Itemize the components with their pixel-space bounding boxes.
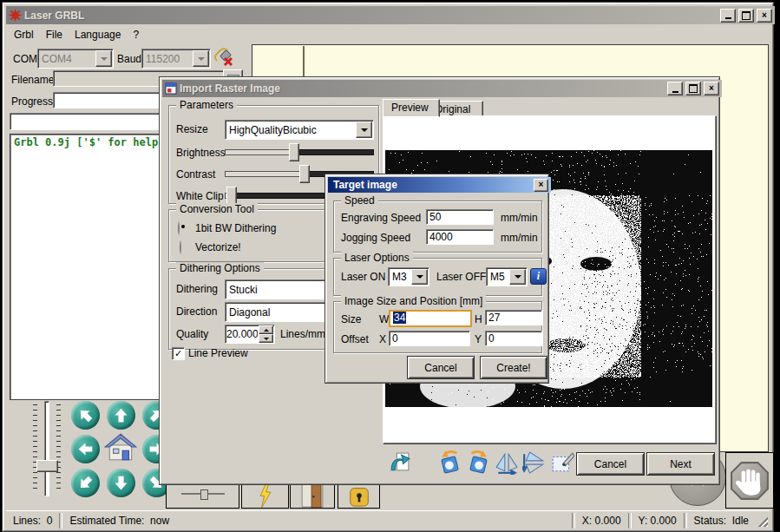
y-position-status: Y: 0.000: [632, 512, 684, 529]
brightness-slider[interactable]: [225, 143, 372, 160]
offset-y-label: Y: [475, 332, 482, 347]
filename-label: Filename: [11, 72, 54, 88]
engraving-speed-label: Engraving Speed: [341, 210, 421, 226]
laser-off-select[interactable]: M5: [486, 267, 528, 286]
resize-grip[interactable]: [756, 515, 768, 527]
height-label: H: [475, 312, 482, 327]
target-cancel-button[interactable]: Cancel: [407, 356, 475, 379]
resize-select[interactable]: HighQualityBicubic: [225, 120, 374, 140]
whiteclip-slider-thumb[interactable]: [226, 187, 237, 205]
rotate-left-button[interactable]: [438, 450, 462, 475]
lines-status: Lines: 0: [6, 512, 59, 529]
close-button[interactable]: ×: [757, 9, 772, 23]
maximize-button[interactable]: [685, 82, 701, 95]
jog-w-button[interactable]: [71, 435, 100, 463]
rotate-right-button[interactable]: [466, 450, 490, 475]
crop-button[interactable]: [550, 450, 574, 475]
contrast-slider-thumb[interactable]: [299, 165, 310, 183]
engraving-speed-input[interactable]: [426, 209, 494, 225]
laser-off-dropdown-button[interactable]: [509, 269, 526, 285]
direction-label: Direction: [176, 304, 217, 319]
jog-speed-ticks-right: [56, 404, 61, 491]
bw-dithering-label: 1bit BW Dithering: [195, 220, 276, 236]
machine-status: Status: Idle: [687, 512, 756, 529]
line-preview-checkbox[interactable]: ✓: [172, 347, 185, 360]
resize-value: HighQualityBicubic: [226, 124, 355, 136]
minimize-button[interactable]: [667, 82, 683, 95]
screen: Laser GRBL × Grbl File Language ? COM CO…: [0, 0, 780, 532]
jog-n-button[interactable]: [107, 401, 135, 430]
flip-horizontal-button[interactable]: [495, 450, 519, 475]
quality-up-button[interactable]: [259, 325, 273, 334]
laser-off-value: M5: [487, 271, 508, 283]
tab-preview[interactable]: Preview: [383, 99, 440, 117]
minimize-button[interactable]: [720, 9, 736, 23]
target-create-button[interactable]: Create!: [480, 356, 547, 379]
revert-button[interactable]: [389, 450, 412, 474]
vectorize-radio[interactable]: [180, 240, 181, 254]
width-selected-text: 34: [393, 312, 406, 324]
home-button[interactable]: [104, 433, 137, 463]
estimated-time-status: Estimated Time: now: [62, 512, 176, 529]
main-window-title: Laser GRBL: [24, 10, 84, 22]
revert-icon: [389, 450, 412, 474]
menu-language[interactable]: Language: [69, 27, 127, 44]
com-dropdown-button[interactable]: [95, 50, 112, 67]
stop-button[interactable]: [725, 452, 774, 509]
import-dialog-title: Import Raster Image: [180, 82, 280, 95]
jog-sw-button[interactable]: [71, 469, 100, 497]
bw-dithering-radio[interactable]: [178, 221, 180, 235]
quality-value: 20.000: [226, 328, 258, 340]
target-dialog-title: Target image: [331, 179, 397, 191]
maximize-button[interactable]: [738, 9, 754, 23]
baud-dropdown-button[interactable]: [193, 50, 209, 67]
main-title-bar[interactable]: Laser GRBL ×: [6, 6, 775, 24]
jog-s-button[interactable]: [107, 469, 135, 497]
jogging-speed-input[interactable]: [426, 229, 494, 245]
baud-label: Baud: [117, 51, 141, 67]
dithering-label: Dithering: [176, 281, 218, 297]
app-icon: [9, 9, 22, 22]
offset-y-input[interactable]: [485, 331, 542, 346]
resize-label: Resize: [176, 122, 208, 137]
import-cancel-button[interactable]: Cancel: [576, 452, 645, 476]
laser-on-dropdown-button[interactable]: [411, 269, 428, 285]
jog-speed-ticks-left: [33, 404, 37, 491]
quality-down-button[interactable]: [259, 334, 273, 343]
laser-off-label: Laser OFF: [436, 269, 486, 285]
import-next-button[interactable]: Next: [646, 452, 715, 476]
com-port-select[interactable]: COM4: [37, 49, 114, 69]
disconnect-button[interactable]: [213, 47, 234, 68]
close-button[interactable]: ×: [534, 179, 548, 192]
laser-options-legend: Laser Options: [341, 252, 413, 264]
rotate-left-icon: [438, 450, 462, 475]
width-input[interactable]: 34: [389, 310, 472, 327]
laser-info-icon[interactable]: i: [530, 268, 547, 285]
jogging-speed-label: Jogging Speed: [341, 230, 410, 246]
quality-spinner[interactable]: 20.000: [225, 325, 275, 344]
disconnect-plug-icon: [213, 47, 234, 68]
jog-speed-slider-thumb[interactable]: [36, 460, 58, 472]
baud-select[interactable]: 115200: [141, 49, 211, 69]
target-image-dialog: Target image × Speed Engraving Speed mm/…: [324, 174, 549, 384]
engraving-speed-unit: mm/min: [501, 210, 538, 226]
menu-grbl[interactable]: Grbl: [8, 27, 40, 44]
laser-on-select[interactable]: M3: [388, 267, 429, 286]
target-dialog-title-bar[interactable]: Target image ×: [328, 177, 551, 193]
jog-nw-button[interactable]: [71, 401, 100, 430]
laser-on-value: M3: [389, 271, 410, 283]
quality-unit-label: Lines/mm: [280, 326, 325, 342]
menu-help[interactable]: ?: [127, 27, 145, 44]
import-dialog-title-bar[interactable]: Import Raster Image ×: [162, 80, 722, 97]
close-button[interactable]: ×: [704, 82, 719, 95]
brightness-slider-thumb[interactable]: [289, 143, 299, 161]
height-input[interactable]: [485, 310, 542, 325]
image-size-legend: Image Size and Position [mm]: [341, 295, 486, 307]
jog-speed-slider-track[interactable]: [44, 401, 49, 496]
status-bar: Lines: 0 Estimated Time: now X: 0.000 Y:…: [6, 510, 770, 530]
offset-x-input[interactable]: [389, 331, 470, 346]
resize-dropdown-button[interactable]: [356, 122, 372, 138]
menu-file[interactable]: File: [40, 27, 69, 44]
laser-options-group: Laser Options Laser ON M3 Laser OFF M5 i: [333, 258, 542, 296]
flip-vertical-button[interactable]: [522, 450, 547, 475]
